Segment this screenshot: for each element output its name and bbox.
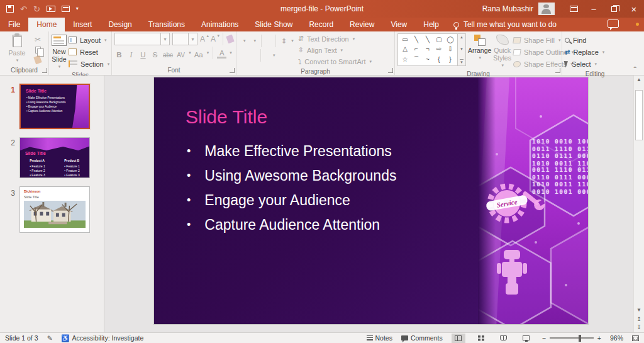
strikethrough-button[interactable]: abc (162, 48, 174, 59)
arc-shape-icon[interactable]: ⌒ (413, 55, 419, 64)
gallery-more-icon[interactable]: ▼ (460, 59, 464, 64)
tab-record[interactable]: Record (301, 18, 341, 31)
scrollbar-thumb[interactable] (635, 90, 643, 140)
star-shape-icon[interactable]: ☆ (402, 56, 408, 63)
spellcheck-pen-icon[interactable]: ✎ (47, 334, 53, 342)
font-size-combobox[interactable]: ▾ (172, 33, 197, 45)
shrink-font-button[interactable]: A (211, 35, 219, 43)
find-button[interactable]: Find (565, 35, 625, 45)
font-dialog-launcher[interactable] (230, 68, 235, 73)
right-brace-shape-icon[interactable]: } (449, 56, 451, 63)
select-button[interactable]: Select▾ (565, 59, 625, 69)
oval-shape-icon[interactable]: ◯ (447, 36, 453, 43)
line-spacing-button[interactable]: ⇕ (281, 37, 287, 45)
layout-button[interactable]: Layout▾ (69, 35, 109, 45)
character-spacing-button[interactable]: AV (176, 48, 186, 59)
bold-button[interactable]: B (114, 48, 124, 59)
redo-icon[interactable]: ↻ (33, 5, 40, 13)
fit-slide-to-window-icon[interactable] (632, 335, 639, 341)
normal-view-button[interactable] (452, 334, 465, 343)
arrow-line-shape-icon[interactable]: ╲ (426, 36, 430, 43)
tab-help[interactable]: Help (415, 18, 447, 31)
scroll-down-icon[interactable]: ▼ (634, 306, 644, 315)
restore-button[interactable] (604, 0, 624, 18)
curve-shape-icon[interactable]: ~ (426, 56, 430, 63)
tab-home[interactable]: Home (28, 18, 65, 31)
vertical-scrollbar[interactable]: ▲ ▼ ↥ ↧ (633, 76, 644, 332)
elbow-arrow-shape-icon[interactable]: ¬ (426, 45, 430, 52)
slideshow-view-button[interactable] (519, 334, 533, 343)
grow-font-button[interactable]: A (200, 35, 208, 43)
next-slide-icon[interactable]: ↧ (634, 323, 644, 332)
drawing-dialog-launcher[interactable] (555, 68, 560, 73)
scroll-up-icon[interactable]: ▲ (634, 76, 644, 84)
close-button[interactable]: × (624, 0, 644, 18)
tab-design[interactable]: Design (100, 18, 140, 31)
arrange-button[interactable]: Arrange▾ (468, 33, 491, 62)
right-arrow-shape-icon[interactable]: ⇨ (436, 45, 441, 52)
tab-view[interactable]: View (382, 18, 415, 31)
start-slideshow-icon[interactable] (47, 6, 55, 12)
slideshow-settings-icon[interactable] (62, 6, 70, 12)
replace-button[interactable]: ⇄Replace▾ (565, 47, 625, 57)
save-icon[interactable] (6, 5, 14, 13)
cut-icon[interactable]: ✂ (33, 35, 42, 44)
comments-toggle[interactable]: Comments (401, 334, 443, 342)
paste-button[interactable]: Paste▾ (3, 33, 31, 64)
slide-sorter-view-button[interactable] (474, 334, 488, 343)
previous-slide-icon[interactable]: ↥ (634, 315, 644, 323)
user-name[interactable]: Rana Mubashir (482, 4, 533, 13)
gallery-down-icon[interactable]: ▼ (460, 47, 464, 51)
slide-thumbnail-3[interactable]: Dickinson Slide Title (19, 186, 90, 233)
line-shape-icon[interactable]: ╲ (414, 36, 418, 43)
zoom-level[interactable]: 96% (610, 334, 623, 342)
clear-formatting-icon[interactable] (226, 35, 235, 44)
text-direction-button[interactable]: ⇵Text Direction▾ (298, 33, 372, 44)
textbox-shape-icon[interactable]: ▭ (402, 36, 408, 43)
customize-qat-icon[interactable]: ▾ (76, 6, 79, 11)
reset-button[interactable]: Reset (69, 47, 109, 57)
zoom-slider-thumb[interactable] (579, 335, 581, 342)
left-brace-shape-icon[interactable]: { (438, 56, 440, 63)
font-color-button[interactable]: A (217, 48, 226, 59)
slide-thumbnail-1[interactable]: Slide Title Make Effective Presentations… (19, 84, 90, 129)
tab-transitions[interactable]: Transitions (140, 18, 193, 31)
section-button[interactable]: Section▾ (69, 59, 109, 69)
tab-animations[interactable]: Animations (193, 18, 247, 31)
minimize-button[interactable]: – (584, 0, 604, 18)
tell-me-box[interactable]: Tell me what you want to do (453, 18, 557, 31)
triangle-shape-icon[interactable]: △ (402, 45, 408, 52)
font-name-combobox[interactable]: ▾ (114, 33, 170, 45)
slide-body-textbox[interactable]: Make Effective Presentations Using Aweso… (187, 139, 396, 237)
text-shadow-button[interactable]: S (150, 48, 160, 59)
comments-bubble-icon[interactable] (608, 20, 619, 28)
slide-title-textbox[interactable]: Slide Title (186, 106, 267, 128)
undo-icon[interactable]: ↶ (20, 5, 27, 13)
convert-smartart-button[interactable]: ⤵Convert to SmartArt▾ (298, 56, 372, 67)
new-slide-button[interactable]: New Slide▾ (52, 33, 67, 70)
tab-slideshow[interactable]: Slide Show (247, 18, 301, 31)
zoom-slider[interactable] (550, 337, 594, 338)
gallery-up-icon[interactable]: ▲ (460, 35, 464, 39)
accessibility-checker[interactable]: ♿ Accessibility: Investigate (61, 334, 143, 342)
slide-editor[interactable]: Service 1010 0010 1001 0011 1110 0110 01… (154, 77, 588, 324)
slide-thumbnail-2[interactable]: Slide Title Product A Feature 1Feature 2… (19, 137, 90, 178)
elbow-shape-icon[interactable]: ⌐ (414, 45, 418, 52)
ribbon-display-options-button[interactable] (564, 0, 584, 18)
tab-review[interactable]: Review (341, 18, 382, 31)
quick-styles-button[interactable]: Quick Styles▾ (493, 33, 511, 69)
collapse-ribbon-icon[interactable]: ⌃ (633, 65, 638, 72)
shapes-gallery[interactable]: ▭ ╲ ╲ ▢ ◯ △ ⌐ ¬ ⇨ ⇩ ☆ ⌒ ~ { } (397, 33, 458, 66)
tab-file[interactable]: File (0, 18, 28, 31)
align-text-button[interactable]: ⇳Align Text▾ (298, 45, 372, 55)
underline-button[interactable]: U (138, 48, 148, 59)
tab-insert[interactable]: Insert (65, 18, 100, 31)
rectangle-shape-icon[interactable]: ▢ (436, 36, 441, 43)
reading-view-button[interactable] (497, 334, 511, 343)
format-painter-icon[interactable] (33, 55, 42, 64)
zoom-out-icon[interactable]: − (542, 334, 546, 342)
user-avatar[interactable] (538, 3, 555, 15)
paragraph-dialog-launcher[interactable] (388, 68, 393, 73)
clipboard-dialog-launcher[interactable] (42, 68, 47, 73)
copy-icon[interactable] (33, 45, 42, 54)
